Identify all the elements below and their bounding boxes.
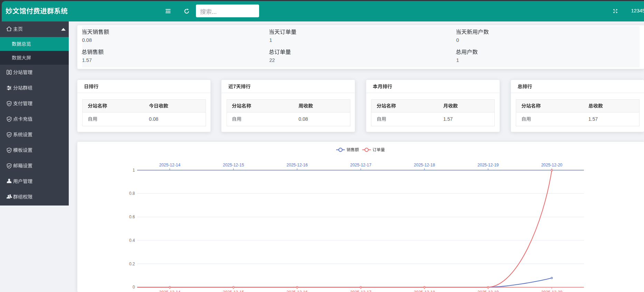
svg-text:0: 0 [133,285,135,290]
svg-text:0.4: 0.4 [129,238,135,243]
svg-text:2025-12-16: 2025-12-16 [286,163,308,167]
svg-text:0.8: 0.8 [129,191,135,196]
svg-text:1: 1 [133,168,135,173]
svg-text:2025-12-19: 2025-12-19 [477,163,499,167]
svg-text:2025-12-20: 2025-12-20 [541,163,562,167]
svg-text:2025-12-17: 2025-12-17 [350,163,372,167]
svg-text:2025-12-14: 2025-12-14 [159,290,181,292]
svg-text:0.2: 0.2 [129,262,135,266]
svg-text:2025-12-20: 2025-12-20 [541,290,562,292]
svg-text:2025-12-16: 2025-12-16 [286,290,308,292]
svg-text:2025-12-14: 2025-12-14 [159,163,181,167]
svg-text:0.6: 0.6 [129,215,135,219]
svg-text:2025-12-15: 2025-12-15 [223,290,244,292]
svg-text:2025-12-15: 2025-12-15 [223,163,244,167]
svg-text:2025-12-18: 2025-12-18 [414,163,435,167]
svg-text:2025-12-18: 2025-12-18 [414,290,435,292]
svg-text:2025-12-19: 2025-12-19 [477,290,499,292]
svg-text:2025-12-17: 2025-12-17 [350,290,372,292]
